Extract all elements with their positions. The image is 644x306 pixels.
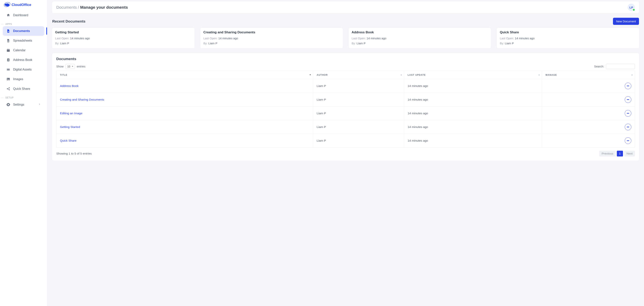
col-manage[interactable]: MANAGE [542,71,635,79]
cloud-logo-icon [4,2,10,8]
by-value: Liam P [208,42,218,45]
author-cell: Liam P [313,120,404,134]
svg-rect-10 [8,49,8,49]
row-actions-button[interactable] [625,110,631,117]
svg-point-18 [7,88,8,89]
share-icon [6,87,10,91]
sidebar-group-apps: APPS [0,20,47,26]
author-cell: Liam P [313,134,404,148]
last-open-value: 14 minutes ago [366,37,386,40]
sidebar-item-dashboard[interactable]: Dashboard [3,10,44,20]
doc-link[interactable]: Editing an Image [60,112,82,115]
avatar[interactable]: LP [628,4,635,11]
sidebar-item-images[interactable]: Images [3,74,44,84]
breadcrumb: Documents / Manage your documents [56,5,128,10]
search-label: Search: [594,65,604,68]
sidebar-item-label: Documents [13,29,30,33]
recent-cards: Getting Started Last Open: 14 minutes ag… [52,27,639,48]
sidebar-item-assets[interactable]: Digital Assets [3,65,44,74]
card-title: Quick Share [500,30,636,34]
topbar: Documents / Manage your documents LP [52,1,639,13]
recent-card[interactable]: Getting Started Last Open: 14 minutes ag… [52,27,195,48]
show-label: Show [56,65,64,68]
sidebar-item-label: Calendar [13,48,26,52]
last-open-label: Last Open: [352,37,367,40]
svg-point-13 [8,59,9,60]
row-actions-button[interactable] [625,96,631,103]
sort-icon [400,74,402,76]
recent-card[interactable]: Address Book Last Open: 14 minutes ago B… [348,27,491,48]
table-row: Editing an ImageLiam P14 minutes ago [56,107,635,120]
breadcrumb-root[interactable]: Documents [56,5,77,9]
svg-rect-15 [7,70,10,70]
updated-cell: 14 minutes ago [404,134,542,148]
search-control: Search: [594,64,635,69]
by-value: Liam P [356,42,366,45]
col-updated[interactable]: LAST UPDATE [404,71,542,79]
sidebar-item-label: Digital Assets [13,68,32,71]
updated-cell: 14 minutes ago [404,120,542,134]
last-open-value: 14 minutes ago [515,37,535,40]
col-author[interactable]: AUTHOR [313,71,404,79]
sidebar: CloudOffice Dashboard APPS W Documents [0,0,47,306]
table-info: Showing 1 to 5 of 5 entries [56,152,92,155]
by-value: Liam P [60,42,69,45]
image-icon [6,77,10,81]
drive-icon [6,67,10,72]
sidebar-item-label: Address Book [13,58,32,62]
brand[interactable]: CloudOffice [0,0,47,9]
new-document-button[interactable]: New Document [613,18,639,25]
sidebar-item-label: Dashboard [13,13,28,17]
sort-icon [538,74,540,76]
search-input[interactable] [606,64,635,69]
last-open-value: 14 minutes ago [218,37,238,40]
sidebar-item-label: Quick Share [13,87,30,91]
next-button[interactable]: Next [624,151,635,156]
sidebar-item-documents[interactable]: W Documents [3,26,44,36]
col-title[interactable]: TITLE [56,71,313,79]
sort-icon [310,74,311,76]
sidebar-item-label: Settings [13,103,24,106]
sidebar-item-label: Spreadsheets [13,39,32,42]
recent-card[interactable]: Quick Share Last Open: 14 minutes ago By… [496,27,639,48]
updated-cell: 14 minutes ago [404,107,542,120]
length-select[interactable]: 10 [66,64,75,69]
row-actions-button[interactable] [625,83,631,89]
card-title: Creating and Sharing Documents [204,30,340,34]
sidebar-item-addressbook[interactable]: Address Book [3,55,44,65]
brand-name: CloudOffice [12,3,31,7]
sidebar-item-spreadsheets[interactable]: Spreadsheets [3,36,44,45]
prev-button[interactable]: Previous [599,151,616,156]
svg-point-17 [8,79,8,79]
last-open-value: 14 minutes ago [70,37,90,40]
recent-card[interactable]: Creating and Sharing Documents Last Open… [200,27,343,48]
by-label: By: [500,42,505,45]
sidebar-item-quickshare[interactable]: Quick Share [3,84,44,94]
author-cell: Liam P [313,79,404,93]
svg-rect-11 [9,49,9,49]
author-cell: Liam P [313,107,404,120]
sidebar-item-calendar[interactable]: Calendar [3,45,44,55]
by-label: By: [55,42,60,45]
sidebar-group-setup: SETUP [0,94,47,100]
row-actions-button[interactable] [625,137,631,144]
svg-text:W: W [8,31,9,32]
main: Documents / Manage your documents LP Rec… [47,0,644,306]
breadcrumb-current: Manage your documents [80,5,128,9]
by-label: By: [352,42,357,45]
pager: Previous 1 Next [599,151,635,156]
spreadsheet-icon [6,38,10,43]
doc-link[interactable]: Getting Started [60,125,80,129]
doc-link[interactable]: Address Book [60,84,79,87]
panel-title: Documents [56,57,635,61]
gear-icon [6,102,10,107]
sidebar-item-settings[interactable]: Settings [3,100,44,109]
page-1-button[interactable]: 1 [617,151,623,156]
document-icon: W [6,29,10,33]
last-open-label: Last Open: [204,37,218,40]
svg-point-19 [9,87,10,88]
doc-link[interactable]: Creating and Sharing Documents [60,98,104,101]
home-icon [6,13,10,17]
doc-link[interactable]: Quick Share [60,139,76,142]
row-actions-button[interactable] [625,124,631,130]
